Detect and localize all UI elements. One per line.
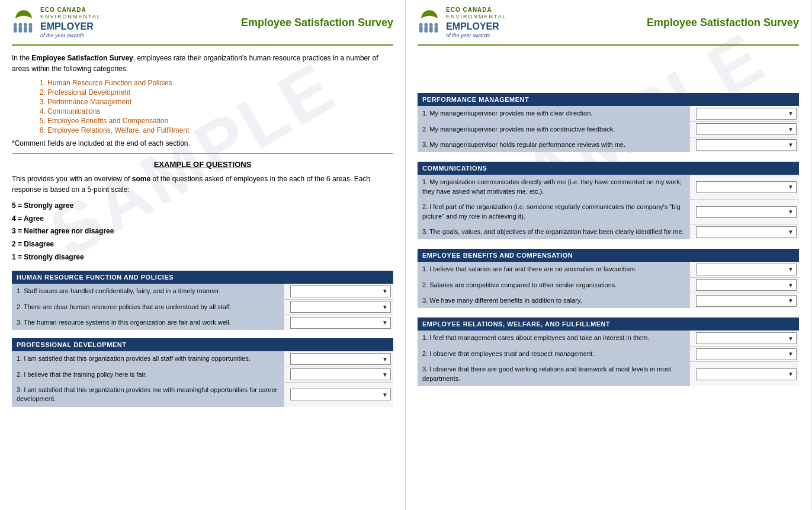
logo-icon-right (418, 9, 441, 37)
section-erw: EMPLOYEE RELATIONS, WELFARE, AND FULFILL… (418, 317, 799, 386)
dropdown-wrapper[interactable]: ▼ (689, 347, 799, 361)
select-box[interactable]: ▼ (290, 286, 391, 297)
table-row: 3. The goals, values, and objectives of … (418, 224, 799, 239)
dropdown-arrow-icon: ▼ (382, 319, 388, 326)
survey-title-left: Employee Satisfaction Survey (241, 17, 393, 29)
question-text: 2. I feel part of the organization (i.e.… (418, 200, 689, 224)
people-icon-right (418, 21, 441, 37)
logo-eco-right: ECO CANADA (446, 6, 507, 14)
scale-item: 4 = Agree (12, 213, 393, 226)
svg-point-10 (424, 23, 428, 27)
logo-eco-left: ECO CANADA (40, 6, 101, 14)
select-box[interactable]: ▼ (696, 348, 797, 360)
section-hr: HUMAN RESOURCE FUNCTION AND POLICIES 1. … (12, 271, 393, 330)
svg-point-14 (435, 23, 438, 27)
intro-before: In the (12, 54, 31, 62)
question-text: 3. We have many different benefits in ad… (418, 293, 689, 308)
logo-employer-right: EMPLOYER (446, 21, 507, 33)
section-comm: COMMUNICATIONS 1. My organization commun… (418, 162, 799, 239)
dropdown-wrapper[interactable]: ▼ (689, 137, 799, 152)
logo-environmental-right: ENVIRONMENTAL (446, 14, 507, 21)
logo-right: ECO CANADA ENVIRONMENTAL EMPLOYER of the… (418, 6, 507, 40)
select-box[interactable]: ▼ (696, 264, 797, 275)
divider (12, 153, 393, 154)
header-right: ECO CANADA ENVIRONMENTAL EMPLOYER of the… (418, 6, 799, 46)
select-box[interactable]: ▼ (290, 301, 391, 313)
table-row: 2. There are clear human resource polici… (12, 300, 393, 315)
intro-text: In the Employee Satisfaction Survey, emp… (12, 53, 393, 74)
select-box[interactable]: ▼ (290, 353, 391, 365)
dropdown-wrapper[interactable]: ▼ (689, 106, 799, 121)
dropdown-arrow-icon: ▼ (382, 304, 388, 310)
question-text: 2. I believe that the training policy he… (12, 367, 284, 382)
select-box[interactable]: ▼ (696, 108, 797, 120)
dropdown-wrapper[interactable]: ▼ (689, 122, 799, 137)
dropdown-wrapper[interactable]: ▼ (284, 351, 393, 366)
dropdown-arrow-icon: ▼ (788, 229, 794, 235)
dropdown-wrapper[interactable]: ▼ (689, 224, 799, 239)
question-text: 1. I believe that salaries are fair and … (418, 262, 689, 277)
table-row: 3. The human resource systems in this or… (12, 315, 393, 330)
svg-rect-9 (419, 27, 423, 32)
svg-point-2 (18, 23, 22, 27)
svg-rect-3 (18, 27, 22, 32)
select-box[interactable]: ▼ (696, 295, 797, 307)
select-box[interactable]: ▼ (696, 368, 797, 380)
category-item: Performance Management (47, 98, 393, 106)
svg-point-4 (24, 23, 27, 27)
select-box[interactable]: ▼ (696, 206, 797, 218)
select-box[interactable]: ▼ (696, 226, 797, 238)
select-box[interactable]: ▼ (290, 317, 391, 329)
dropdown-arrow-icon: ▼ (788, 335, 794, 342)
section-erw-header: EMPLOYEE RELATIONS, WELFARE, AND FULFILL… (418, 317, 799, 331)
dropdown-wrapper[interactable]: ▼ (284, 367, 393, 382)
question-text: 1. I feel that management cares about em… (418, 331, 689, 345)
question-text: 3. The human resource systems in this or… (12, 315, 284, 330)
dropdown-wrapper[interactable]: ▼ (689, 200, 799, 224)
dropdown-arrow-icon: ▼ (788, 184, 794, 190)
table-row: 2. I believe that the training policy he… (12, 367, 393, 383)
svg-point-6 (29, 23, 33, 27)
section-hr-header: HUMAN RESOURCE FUNCTION AND POLICIES (12, 271, 393, 284)
example-bold: some (132, 175, 150, 183)
select-box[interactable]: ▼ (290, 389, 391, 400)
select-box[interactable]: ▼ (696, 139, 797, 151)
logo-environmental-left: ENVIRONMENTAL (40, 14, 101, 21)
dropdown-wrapper[interactable]: ▼ (284, 383, 393, 407)
svg-rect-5 (24, 27, 27, 32)
select-box[interactable]: ▼ (696, 181, 797, 193)
select-box[interactable]: ▼ (290, 368, 391, 380)
question-text: 2. I observe that employees trust and re… (418, 347, 689, 361)
dropdown-arrow-icon: ▼ (788, 297, 794, 304)
dropdown-arrow-icon: ▼ (382, 392, 388, 398)
dropdown-wrapper[interactable]: ▼ (689, 175, 799, 199)
dropdown-wrapper[interactable]: ▼ (284, 300, 393, 315)
svg-rect-11 (424, 27, 428, 32)
select-box[interactable]: ▼ (696, 123, 797, 135)
section-pd-header: PROFESSIONAL DEVELOPMENT (12, 338, 393, 351)
table-row: 1. I am satisfied that this organization… (12, 351, 393, 367)
scale-item: 1 = Strongly disagree (12, 251, 393, 264)
dropdown-wrapper[interactable]: ▼ (284, 284, 393, 299)
logo-icon-left (12, 9, 36, 37)
scale-item: 3 = Neither agree nor disagree (12, 225, 393, 238)
dropdown-wrapper[interactable]: ▼ (284, 315, 393, 330)
example-before: This provides you with an overview of (12, 175, 132, 183)
dropdown-arrow-icon: ▼ (788, 142, 794, 148)
select-box[interactable]: ▼ (696, 332, 797, 344)
category-item: Communications (47, 107, 393, 116)
dropdown-arrow-icon: ▼ (788, 209, 794, 215)
table-row: 3. We have many different benefits in ad… (418, 293, 799, 308)
dropdown-wrapper[interactable]: ▼ (689, 331, 799, 345)
dropdown-wrapper[interactable]: ▼ (689, 362, 799, 386)
dropdown-arrow-icon: ▼ (788, 351, 794, 357)
dropdown-wrapper[interactable]: ▼ (689, 293, 799, 308)
table-row: 1. I believe that salaries are fair and … (418, 262, 799, 277)
header-left: ECO CANADA ENVIRONMENTAL EMPLOYER of the… (12, 6, 393, 46)
select-box[interactable]: ▼ (696, 279, 797, 291)
table-row: 1. Staff issues are handled confidential… (12, 284, 393, 299)
dropdown-wrapper[interactable]: ▼ (689, 278, 799, 293)
svg-rect-13 (429, 27, 433, 32)
left-page: SAMPLE (0, 0, 406, 510)
dropdown-wrapper[interactable]: ▼ (689, 262, 799, 277)
